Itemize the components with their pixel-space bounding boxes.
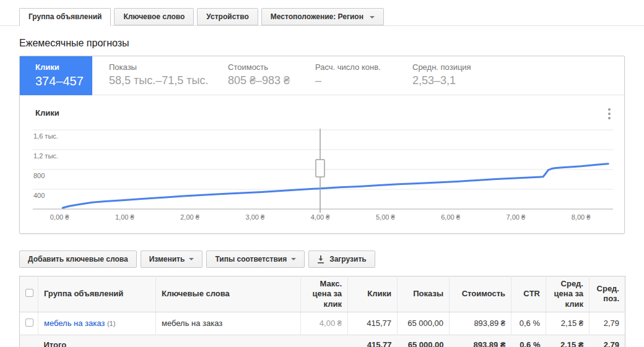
x-axis-tick-label: 0,00 ₴ [50, 213, 69, 221]
metric-value: 374–457 [35, 74, 92, 88]
cell-clicks: 415,77 [348, 312, 398, 335]
metric-label: Средн. позиция [412, 62, 471, 72]
cell-group: мебель на заказ (1) [38, 312, 156, 335]
col-header-group[interactable]: Группа объявлений [38, 276, 156, 312]
x-axis-tick-label: 5,00 ₴ [376, 213, 395, 221]
col-header-cost[interactable]: Стоимость [450, 276, 511, 312]
tab-label: Ключевое слово [123, 12, 185, 21]
col-header-avg-pos[interactable]: Сред. поз. [590, 276, 625, 312]
x-axis-tick-label: 6,00 ₴ [441, 213, 460, 221]
metric-card-clicks[interactable]: Клики 374–457 [20, 56, 92, 95]
forecast-panel: Клики 374–457 Показы 58,5 тыс.–71,5 тыс.… [19, 56, 625, 234]
col-header-impressions[interactable]: Показы [398, 276, 450, 312]
y-axis-tick-label: 1,2 тыс. [33, 152, 58, 160]
clicks-forecast-chart: 4008001,2 тыс.1,6 тыс.0,00 ₴1,00 ₴2,00 ₴… [20, 95, 625, 234]
tab-label: Группа объявлений [28, 12, 102, 21]
keyword-count: (1) [107, 320, 115, 327]
total-label: Итого [38, 335, 156, 347]
metric-label: Стоимость [228, 62, 290, 72]
button-label: Изменить [149, 255, 185, 263]
total-avg-cpc: 2,15 ₴ [546, 335, 590, 347]
col-header-keywords[interactable]: Ключевые слова [156, 276, 301, 312]
table-header-row: Группа объявлений Ключевые слова Макс. ц… [20, 276, 625, 312]
col-header-clicks[interactable]: Клики [348, 276, 398, 312]
download-button[interactable]: Загрузить [308, 251, 375, 268]
metric-label: Показы [109, 62, 208, 72]
tab-ad-group[interactable]: Группа объявлений [19, 8, 111, 26]
metric-card-conversions[interactable]: Расч. число конв. – [315, 56, 381, 95]
match-types-button[interactable]: Типы соответствия [206, 251, 305, 268]
col-header-avg-cpc[interactable]: Сред. цена за клик [546, 276, 590, 312]
total-cost: 893,89 ₴ [450, 335, 511, 347]
edit-button[interactable]: Изменить [141, 251, 203, 268]
table-total-row: Итого 415,77 65 000,00 893,89 ₴ 0,6 % 2,… [20, 335, 625, 347]
row-checkbox[interactable] [25, 319, 33, 327]
select-all-checkbox[interactable] [25, 289, 33, 297]
x-axis-tick-label: 8,00 ₴ [572, 213, 591, 221]
cell-impressions: 65 000,00 [398, 312, 450, 335]
cell-avg-cpc: 2,15 ₴ [546, 312, 590, 335]
metric-card-cost[interactable]: Стоимость 805 ₴–983 ₴ [228, 56, 290, 95]
y-axis-tick-label: 1,6 тыс. [33, 132, 58, 140]
x-axis-tick-label: 7,00 ₴ [506, 213, 525, 221]
metric-card-impressions[interactable]: Показы 58,5 тыс.–71,5 тыс. [109, 56, 208, 95]
col-header-ctr[interactable]: CTR [511, 276, 546, 312]
cell-ctr: 0,6 % [511, 312, 546, 335]
tab-location-region[interactable]: Местоположение: Регион [261, 8, 384, 25]
x-axis-tick-label: 1,00 ₴ [115, 213, 134, 221]
add-keywords-button[interactable]: Добавить ключевые слова [19, 251, 137, 268]
keywords-table: Группа объявлений Ключевые слова Макс. ц… [19, 276, 625, 347]
col-header-max-cpc[interactable]: Макс. цена за клик [301, 276, 348, 312]
metrics-strip: Клики 374–457 Показы 58,5 тыс.–71,5 тыс.… [20, 56, 624, 95]
button-label: Загрузить [329, 255, 366, 263]
metric-label: Клики [35, 62, 92, 72]
total-clicks: 415,77 [348, 335, 398, 347]
total-impressions: 65 000,00 [398, 335, 450, 347]
toolbar: Добавить ключевые слова Изменить Типы со… [19, 251, 375, 268]
chevron-down-icon [291, 258, 296, 260]
bid-slider-handle[interactable] [316, 160, 324, 177]
tab-bar: Группа объявлений Ключевое слово Устройс… [19, 8, 387, 26]
ad-group-link[interactable]: мебель на заказ [44, 319, 105, 328]
chevron-down-icon [189, 258, 194, 260]
cell-max-cpc[interactable]: 4,00 ₴ [301, 312, 348, 335]
monthly-forecasts-page: Группа объявлений Ключевое слово Устройс… [0, 0, 644, 347]
metric-label: Расч. число конв. [315, 62, 381, 72]
total-ctr: 0,6 % [511, 335, 546, 347]
x-axis-tick-label: 2,00 ₴ [180, 213, 199, 221]
metric-card-avg-position[interactable]: Средн. позиция 2,53–3,1 [412, 56, 471, 95]
x-axis-tick-label: 3,00 ₴ [245, 213, 264, 221]
tab-label: Устройство [206, 12, 248, 21]
page-title: Ежемесячные прогнозы [19, 38, 129, 49]
total-avg-pos: 2,79 [590, 335, 625, 347]
download-icon [317, 255, 324, 263]
metric-value: 58,5 тыс.–71,5 тыс. [109, 74, 208, 87]
metric-value: 805 ₴–983 ₴ [228, 74, 290, 87]
tab-keyword[interactable]: Ключевое слово [114, 8, 194, 25]
tab-device[interactable]: Устройство [197, 8, 258, 25]
cell-avg-pos: 2,79 [590, 312, 625, 335]
button-label: Типы соответствия [215, 255, 287, 263]
metric-value: 2,53–3,1 [412, 74, 471, 87]
chevron-down-icon [370, 16, 375, 19]
table-row: мебель на заказ (1) мебель на заказ 4,00… [20, 312, 625, 335]
clicks-series-line [63, 164, 608, 208]
y-axis-tick-label: 400 [33, 192, 45, 199]
cell-cost: 893,89 ₴ [450, 312, 511, 335]
tab-label: Местоположение: Регион [271, 12, 363, 21]
cell-keywords: мебель на заказ [156, 312, 301, 335]
y-axis-tick-label: 800 [33, 172, 45, 179]
x-axis-tick-label: 4,00 ₴ [311, 213, 330, 221]
metric-value: – [315, 74, 381, 87]
button-label: Добавить ключевые слова [28, 255, 128, 263]
